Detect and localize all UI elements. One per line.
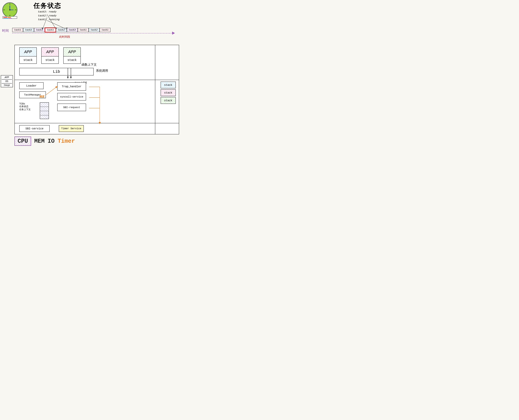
- title-tasks: 任务状态: [33, 1, 61, 10]
- smode-section: S-Mode Multiprog OS Loader TaskManager 调…: [15, 80, 179, 123]
- task2-state: task2: ready: [38, 14, 60, 18]
- app-box-0: APP: [19, 47, 37, 56]
- bottom-bar: CPU MEM IO Timer: [15, 136, 75, 146]
- timeline-block-4: task2: [56, 28, 67, 32]
- svg-line-27: [46, 86, 57, 95]
- app-box-1: APP: [41, 47, 59, 56]
- context-label: 函数上下文: [82, 63, 97, 67]
- timeline-block-5: task3: [67, 28, 78, 32]
- loader-box: Loader: [19, 82, 44, 89]
- stack-box-2: stack: [63, 56, 81, 64]
- sbi-request-box: SBI-request: [57, 104, 86, 111]
- io-label: IO: [48, 138, 55, 144]
- cpu-box: CPU: [15, 136, 31, 146]
- sbi-service-box: SBI-service: [19, 125, 50, 132]
- apps-row: APP stack APP stack APP: [19, 47, 81, 64]
- umode-section: U-Mode APP stack APP stack: [15, 45, 179, 80]
- app-unit-1: APP stack: [41, 47, 59, 64]
- task-state-arrows: [0, 0, 182, 45]
- stack-box-1: stack: [41, 56, 59, 64]
- timeline-block-6: task1: [78, 28, 89, 32]
- current-time-label: 此时间段: [59, 35, 70, 38]
- right-stack-1: stack: [161, 89, 176, 96]
- outer-box: U-Mode APP stack APP stack: [15, 45, 179, 134]
- timeline-block-2: task3: [34, 28, 45, 32]
- main-diagram: APP OS Image U-Mode APP stack: [15, 45, 179, 138]
- syscall-service-box: syscall-service: [57, 93, 86, 100]
- tcbs-label: TCBs: [19, 103, 25, 105]
- lib-box: Lib: [19, 68, 94, 75]
- app-image-box: APP OS Image: [1, 75, 13, 87]
- app-unit-0: APP stack: [19, 47, 37, 64]
- right-stack-2: stack: [161, 97, 176, 104]
- tcb-blocks: [40, 102, 49, 119]
- timeline-block-7: task2: [89, 28, 100, 32]
- timer-label: Timer: [58, 138, 75, 144]
- top-section: 任务状态 task3: ready task2: ready task1: ru…: [0, 0, 182, 45]
- task-state-label2: 任务状态: [19, 105, 28, 108]
- app-unit-2: APP stack: [63, 47, 81, 64]
- stack-box-0: stack: [19, 56, 37, 64]
- trap-handler-box: Trap_handler: [57, 82, 86, 91]
- timeline-block-1: task2: [23, 28, 34, 32]
- timeline-block-8: task1: [100, 28, 111, 32]
- time-label: 时间: [2, 28, 9, 33]
- app-image-image-label: Image: [2, 84, 12, 86]
- mem-label: MEM: [34, 138, 44, 144]
- task-states-list: task3: ready task2: ready task1: running: [38, 10, 60, 22]
- timer-service-box: Timer Service: [59, 125, 84, 132]
- dashed-timeline: [12, 33, 175, 33]
- timeline-block-3-highlighted: task1: [45, 28, 56, 32]
- app-image-os-label: OS: [2, 80, 12, 83]
- task1-state: task1: running: [38, 18, 60, 22]
- app-box-2: APP: [63, 47, 81, 56]
- syscall-label: 系统调用: [96, 69, 108, 73]
- task-context-label: 任务上下文: [19, 108, 31, 111]
- timeline-arrow-icon: [172, 32, 175, 35]
- mmode-section: M-Mode RustSBI SBI-service Timer Service: [15, 123, 179, 135]
- timeline-block-0: task1: [12, 28, 23, 32]
- diaodu-label: 调度: [39, 95, 44, 98]
- timeline-container: task1 task2 task3 task1 task2 task3 task…: [12, 28, 175, 32]
- right-stacks: stack stack stack: [161, 82, 176, 104]
- right-stack-0: stack: [161, 82, 176, 88]
- app-image-app-label: APP: [2, 76, 12, 79]
- task3-state: task3: ready: [38, 10, 60, 14]
